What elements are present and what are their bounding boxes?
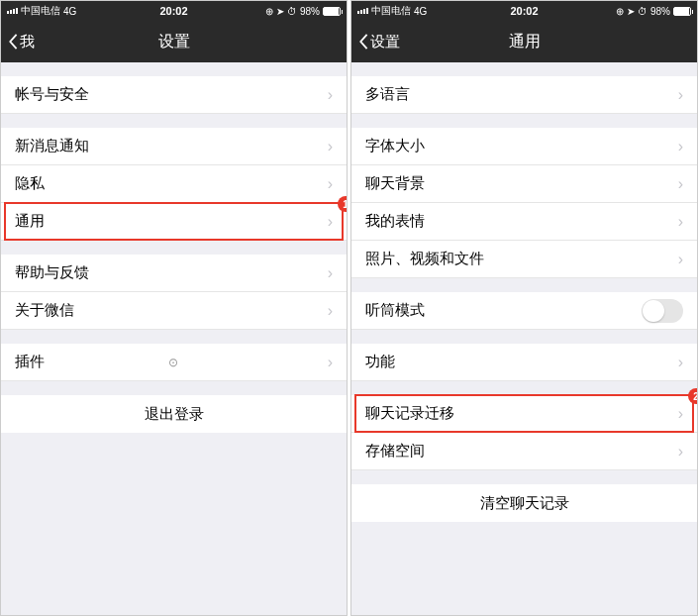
row-account-security[interactable]: 帐号与安全 ›: [1, 76, 347, 114]
row-features[interactable]: 功能 ›: [351, 344, 697, 381]
row-label: 聊天背景: [365, 174, 678, 193]
status-time: 20:02: [510, 5, 538, 17]
back-label: 我: [20, 33, 35, 51]
chevron-right-icon: ›: [678, 86, 683, 104]
row-label: 功能: [365, 353, 678, 371]
row-label: 新消息通知: [15, 137, 328, 155]
row-photos-videos-files[interactable]: 照片、视频和文件 ›: [351, 241, 697, 278]
chevron-right-icon: ›: [328, 264, 333, 282]
chevron-right-icon: ›: [678, 405, 683, 423]
row-label: 聊天记录迁移: [365, 404, 678, 423]
step-badge: 2: [688, 388, 697, 404]
chevron-left-icon: [7, 33, 19, 51]
row-label: 听筒模式: [365, 301, 642, 320]
chevron-right-icon: ›: [678, 213, 683, 231]
location-icon: ➤: [627, 6, 635, 17]
row-label: 关于微信: [15, 301, 328, 320]
phone-general: 中国电信 4G 20:02 ⊕ ➤ ⏱ 98% 设置 通用 多语言 › 字体大小…: [350, 0, 698, 616]
page-title: 通用: [509, 32, 541, 52]
chevron-right-icon: ›: [328, 213, 333, 231]
battery-icon: [673, 7, 691, 16]
chevron-right-icon: ›: [328, 175, 333, 193]
plugin-icon: ⊙: [168, 356, 178, 369]
row-about-wechat[interactable]: 关于微信 ›: [1, 292, 347, 330]
row-privacy[interactable]: 隐私 ›: [1, 165, 347, 203]
back-button[interactable]: 我: [7, 33, 35, 51]
page-title: 设置: [158, 32, 190, 52]
settings-list[interactable]: 帐号与安全 › 新消息通知 › 隐私 › 通用 › 1 帮助与反馈 › 关于微信…: [1, 62, 347, 615]
alarm-icon: ⊕: [616, 6, 624, 17]
back-label: 设置: [370, 33, 400, 51]
chevron-right-icon: ›: [678, 175, 683, 193]
chevron-right-icon: ›: [678, 138, 683, 155]
carrier-label: 中国电信: [21, 4, 60, 18]
network-label: 4G: [63, 6, 76, 17]
row-font-size[interactable]: 字体大小 ›: [351, 128, 697, 165]
row-label: 清空聊天记录: [480, 494, 569, 513]
carrier-label: 中国电信: [371, 4, 411, 18]
status-bar: 中国电信 4G 20:02 ⊕ ➤ ⏱ 98%: [351, 1, 697, 21]
row-general[interactable]: 通用 › 1: [1, 203, 347, 241]
chevron-right-icon: ›: [678, 251, 683, 268]
battery-pct: 98%: [650, 6, 670, 17]
chevron-left-icon: [357, 33, 369, 51]
chevron-right-icon: ›: [678, 354, 683, 371]
earpiece-toggle[interactable]: [642, 299, 683, 323]
nav-bar: 设置 通用: [351, 21, 697, 62]
chevron-right-icon: ›: [678, 443, 683, 461]
row-label: 帮助与反馈: [15, 263, 328, 282]
clock-icon: ⏱: [638, 6, 648, 17]
row-my-emoji[interactable]: 我的表情 ›: [351, 203, 697, 241]
status-time: 20:02: [159, 5, 187, 17]
row-logout[interactable]: 退出登录: [1, 395, 347, 433]
chevron-right-icon: ›: [328, 302, 333, 320]
row-label: 存储空间: [365, 442, 678, 461]
row-label: 照片、视频和文件: [365, 250, 678, 268]
clock-icon: ⏱: [287, 6, 297, 17]
row-chat-background[interactable]: 聊天背景 ›: [351, 165, 697, 203]
row-label: 插件: [15, 353, 164, 371]
row-earpiece-mode[interactable]: 听筒模式: [351, 292, 697, 330]
row-label: 我的表情: [365, 212, 678, 231]
signal-icon: [357, 8, 368, 14]
row-label: 退出登录: [145, 405, 204, 424]
row-notifications[interactable]: 新消息通知 ›: [1, 128, 347, 165]
phone-settings: 中国电信 4G 20:02 ⊕ ➤ ⏱ 98% 我 设置 帐号与安全 › 新消息…: [0, 0, 348, 616]
row-help-feedback[interactable]: 帮助与反馈 ›: [1, 255, 347, 292]
nav-bar: 我 设置: [1, 21, 347, 62]
row-chat-migrate[interactable]: 聊天记录迁移 › 2: [351, 395, 697, 433]
row-storage[interactable]: 存储空间 ›: [351, 433, 697, 470]
chevron-right-icon: ›: [328, 354, 333, 371]
battery-icon: [323, 7, 341, 16]
chevron-right-icon: ›: [328, 138, 333, 155]
chevron-right-icon: ›: [328, 86, 333, 104]
row-clear-chat-history[interactable]: 清空聊天记录: [351, 484, 697, 522]
signal-icon: [7, 8, 18, 14]
alarm-icon: ⊕: [265, 6, 273, 17]
row-label: 字体大小: [365, 137, 678, 155]
general-list[interactable]: 多语言 › 字体大小 › 聊天背景 › 我的表情 › 照片、视频和文件 › 听筒…: [351, 62, 697, 615]
status-bar: 中国电信 4G 20:02 ⊕ ➤ ⏱ 98%: [1, 1, 347, 21]
location-icon: ➤: [276, 6, 284, 17]
battery-pct: 98%: [300, 6, 320, 17]
back-button[interactable]: 设置: [357, 33, 400, 51]
row-label: 隐私: [15, 174, 328, 193]
step-badge: 1: [338, 196, 347, 212]
row-language[interactable]: 多语言 ›: [351, 76, 697, 114]
row-plugins[interactable]: 插件 ⊙ ›: [1, 344, 347, 381]
network-label: 4G: [414, 6, 427, 17]
row-label: 通用: [15, 212, 328, 231]
row-label: 帐号与安全: [15, 85, 328, 104]
row-label: 多语言: [365, 85, 678, 104]
